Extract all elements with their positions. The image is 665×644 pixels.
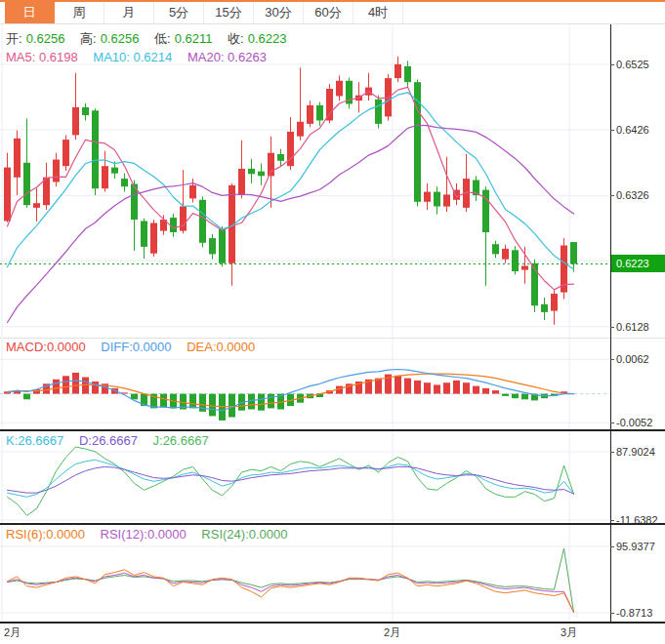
high-value: 0.6256 — [101, 31, 140, 46]
k-value: K:26.6667 — [6, 433, 63, 448]
current-price-tag: 0.6223 — [611, 255, 665, 272]
rsi-legend: RSI(6):0.0000 RSI(12):0.0000 RSI(24):0.0… — [6, 527, 292, 542]
open-value: 0.6256 — [26, 31, 65, 46]
rsi-axis-tick-1: 95.9377 — [616, 540, 655, 553]
low-label: 低: — [154, 31, 171, 46]
close-label: 收: — [228, 31, 244, 46]
main-axis-tick-4: 0.6128 — [616, 320, 649, 334]
open-label: 开: — [6, 31, 22, 46]
main-axis-tick-1: 0.6525 — [616, 58, 649, 71]
x-axis-label-3: 3月 — [561, 625, 577, 640]
macd-axis-tick-1: 0.0062 — [616, 352, 649, 366]
rsi6-value: RSI(6):0.0000 — [6, 527, 85, 542]
ma10-value: MA10: 0.6214 — [93, 50, 172, 64]
kdj-rsi-divider — [0, 523, 665, 525]
ma-legend: MA5: 0.6198 MA10: 0.6214 MA20: 0.6263 — [6, 50, 270, 64]
kdj-legend: K:26.6667 D:26.6667 J:26.6667 — [6, 433, 213, 448]
d-value: D:26.6667 — [79, 433, 138, 448]
ma5-value: MA5: 0.6198 — [6, 50, 78, 64]
j-value: J:26.6667 — [153, 433, 209, 448]
dea-value: DEA:0.0000 — [187, 340, 255, 354]
kdj-axis-tick-1: 87.9024 — [616, 445, 655, 459]
ma20-value: MA20: 0.6263 — [187, 50, 267, 64]
main-axis-tick-2: 0.6426 — [616, 123, 649, 137]
macd-axis-tick-2: -0.0052 — [616, 416, 652, 429]
main-axis-tick-3: 0.6326 — [616, 188, 649, 202]
macd-kdj-divider — [0, 429, 665, 431]
kdj-axis-tick-2: -11.6382 — [616, 513, 658, 527]
macd-legend: MACD:0.0000 DIFF:0.0000 DEA:0.0000 — [6, 340, 259, 354]
trading-chart-app: 日 周 月 5分 15分 30分 60分 4时 开:0.6256 高:0.625… — [0, 0, 665, 644]
ohlc-legend: 开:0.6256 高:0.6256 低:0.6211 收:0.6223 — [6, 30, 290, 48]
low-value: 0.6211 — [175, 31, 213, 46]
rsi12-value: RSI(12):0.0000 — [101, 527, 187, 542]
rsi-axis-tick-2: -0.8713 — [616, 606, 652, 620]
high-label: 高: — [80, 31, 97, 46]
main-macd-divider — [0, 338, 665, 339]
x-axis-label-1: 2月 — [4, 625, 21, 640]
close-value: 0.6223 — [248, 31, 287, 46]
diff-value: DIFF:0.0000 — [101, 340, 171, 354]
x-axis-label-2: 2月 — [384, 625, 400, 640]
y-axis-line — [610, 24, 611, 624]
rsi24-value: RSI(24):0.0000 — [201, 527, 287, 542]
chart-canvas[interactable] — [0, 0, 665, 644]
macd-value: MACD:0.0000 — [6, 340, 86, 354]
x-axis-line — [0, 622, 665, 624]
